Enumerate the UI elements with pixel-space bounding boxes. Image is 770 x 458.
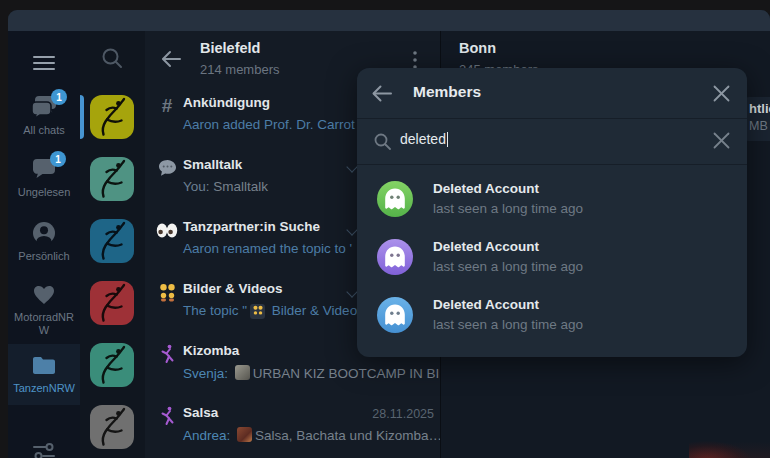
back-arrow-icon[interactable] [372, 85, 392, 102]
topic-title: Ankündigung [183, 95, 270, 110]
topic-title: Bilder & Videos [183, 281, 283, 296]
close-icon[interactable] [713, 85, 730, 102]
search-value: deleted [400, 131, 446, 147]
file-size-fragment: MB [749, 119, 770, 133]
chat-avatar[interactable] [90, 157, 134, 201]
topic-preview: Andrea: Salsa, Bachata und Kizomba… [183, 427, 442, 443]
family-emoji-thumb [250, 304, 265, 319]
topic-preview: You: Smalltalk [183, 179, 268, 194]
members-results-list: Deleted Account last seen a long time ag… [357, 164, 747, 357]
topic-preview: Aaron added Prof. Dr. Carrot [183, 117, 355, 132]
dancer-emoji-icon [156, 406, 178, 426]
unread-badge: 1 [50, 151, 66, 167]
modal-title: Members [413, 83, 481, 101]
members-search-input[interactable]: deleted [400, 131, 448, 147]
sidebar-item-all-chats[interactable]: 1 All chats [8, 95, 80, 137]
family-icon [156, 282, 178, 302]
members-modal: Members deleted Deleted Account last see… [357, 68, 747, 357]
hamburger-icon [33, 55, 55, 71]
chat-list [80, 31, 145, 458]
topic-title: Kizomba [183, 343, 239, 358]
window-titlebar[interactable] [8, 10, 770, 31]
chats-icon: 1 [31, 95, 57, 119]
chat-avatar[interactable] [90, 343, 134, 387]
ghost-avatar [377, 297, 413, 333]
sidebar-item-label: TanzenNRW [13, 382, 75, 395]
filters-sidebar: 1 All chats 1 Ungelesen Persönlich [8, 31, 80, 458]
photo-thumb [235, 365, 250, 380]
chevron-down-icon [346, 161, 357, 172]
person-icon [32, 221, 56, 245]
clear-search-icon[interactable] [713, 132, 730, 149]
member-row[interactable]: Deleted Account last seen a long time ag… [357, 228, 747, 286]
member-status: last seen a long time ago [433, 201, 583, 216]
member-name: Deleted Account [433, 297, 539, 312]
speech-bubble-icon [156, 158, 178, 178]
member-row[interactable]: Deleted Account last seen a long time ag… [357, 286, 747, 344]
photo-thumb [237, 427, 252, 442]
search-icon [374, 133, 391, 150]
ghost-avatar [377, 181, 413, 217]
sidebar-item-persoenlich[interactable]: Persönlich [8, 221, 80, 263]
topic-preview: Svenja: URBAN KIZ BOOTCAMP IN BI… [183, 365, 453, 381]
topic-preview: Aaron renamed the topic to ' [183, 241, 352, 256]
topic-title: Smalltalk [183, 157, 242, 172]
back-arrow-icon[interactable] [161, 50, 181, 68]
chat-bubble-icon: 1 [32, 157, 56, 181]
chat-avatar[interactable] [90, 219, 134, 263]
search-icon[interactable] [101, 47, 123, 69]
file-name-fragment: htlic [749, 101, 770, 116]
heart-icon [32, 282, 56, 306]
eyes-icon [156, 220, 178, 240]
member-row[interactable]: Deleted Account last seen a long time ag… [357, 170, 747, 228]
chevron-down-icon [346, 286, 357, 297]
sidebar-item-label: Ungelesen [18, 186, 71, 199]
unread-badge: 1 [51, 89, 67, 105]
photo-message-fragment [689, 414, 770, 458]
sidebar-item-ungelesen[interactable]: 1 Ungelesen [8, 157, 80, 199]
modal-header: Members [357, 68, 747, 119]
topic-title: Salsa [183, 405, 218, 420]
sidebar-item-label: MotorradNRW [13, 311, 75, 337]
sidebar-item-tanzennrw[interactable]: TanzenNRW [8, 344, 80, 405]
member-status: last seen a long time ago [433, 259, 583, 274]
sidebar-item-edit-filters[interactable] [8, 440, 80, 458]
dancer-emoji-icon [156, 344, 178, 364]
members-search-bar: deleted [357, 118, 747, 165]
topic-preview: The topic " Bilder & Video [183, 303, 357, 319]
member-status: last seen a long time ago [433, 317, 583, 332]
app-root: 1 All chats 1 Ungelesen Persönlich [0, 0, 770, 458]
member-name: Deleted Account [433, 181, 539, 196]
sidebar-item-motorradnrw[interactable]: MotorradNRW [8, 282, 80, 337]
chat-avatar[interactable] [90, 405, 134, 449]
chat-title: Bielefeld [200, 40, 260, 56]
folder-icon [32, 353, 56, 377]
topic-row-salsa[interactable]: Salsa 28.11.2025 Andrea: Salsa, Bachata … [145, 398, 440, 458]
chat-title: Bonn [459, 40, 496, 56]
text-caret [447, 132, 448, 147]
chat-members-count: 214 members [200, 62, 279, 77]
selected-chat-indicator [80, 95, 84, 139]
ghost-avatar [377, 239, 413, 275]
chat-avatar[interactable] [90, 281, 134, 325]
sidebar-item-label: All chats [23, 124, 65, 137]
chat-avatar-bielefeld[interactable] [90, 95, 134, 139]
sidebar-item-label: Persönlich [18, 250, 69, 263]
hashtag-icon: # [156, 96, 178, 116]
hamburger-menu-button[interactable] [8, 45, 80, 81]
chevron-down-icon [346, 224, 357, 235]
dancer-logo [90, 95, 134, 139]
topic-date: 28.11.2025 [372, 407, 434, 421]
member-name: Deleted Account [433, 239, 539, 254]
topic-title: Tanzpartner:in Suche [183, 219, 320, 234]
sliders-icon [32, 440, 56, 458]
